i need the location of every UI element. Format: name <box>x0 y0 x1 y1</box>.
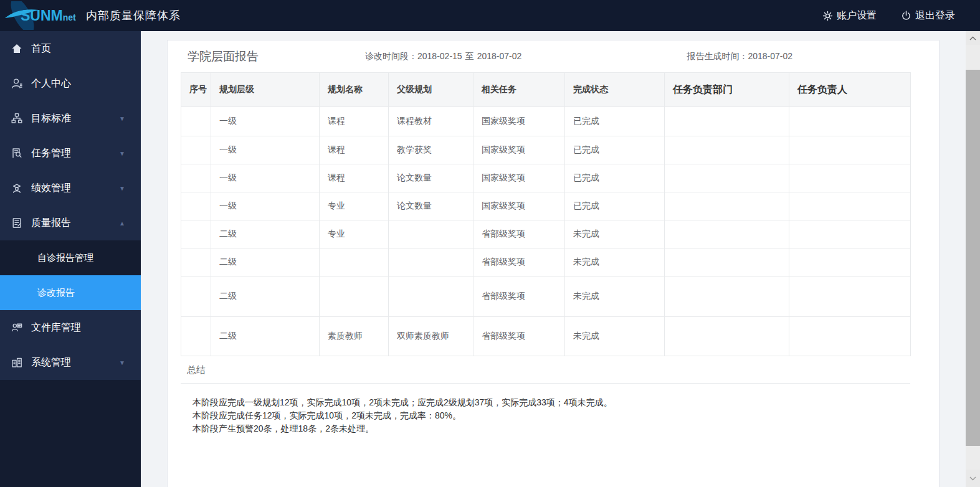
table-cell: 二级 <box>211 277 320 317</box>
sidebar-item-home[interactable]: 首页 <box>0 31 141 66</box>
summary-line: 本阶段产生预警20条，处理18条，2条未处理。 <box>193 422 910 435</box>
table-cell <box>789 248 911 277</box>
table-cell: 省部级奖项 <box>473 248 565 277</box>
app-title: 内部质量保障体系 <box>86 8 181 23</box>
column-header: 任务负责部门 <box>665 73 789 107</box>
sidebar-menu: 首页 个人中心 目标标准 ▼ <box>0 31 141 380</box>
table-row: 二级省部级奖项未完成 <box>181 277 911 317</box>
sidebar-item-quality-report[interactable]: 质量报告 ▲ <box>0 206 141 240</box>
home-icon <box>11 42 23 55</box>
table-cell: 省部级奖项 <box>473 317 565 356</box>
table-cell: 二级 <box>211 317 320 356</box>
chevron-down-icon: ▼ <box>119 185 125 192</box>
period-end-date: 2018-07-02 <box>477 51 522 61</box>
table-cell <box>789 220 911 248</box>
table-cell: 未完成 <box>565 317 665 356</box>
period-separator: 至 <box>465 51 474 61</box>
sidebar-item-profile[interactable]: 个人中心 <box>0 66 141 101</box>
table-cell <box>665 164 789 192</box>
chevron-down-icon <box>969 476 976 481</box>
user-icon <box>11 77 23 90</box>
sidebar: 首页 个人中心 目标标准 ▼ <box>0 31 141 487</box>
table-cell: 教学获奖 <box>389 136 473 164</box>
report-table-container: 序号规划层级规划名称父级规划相关任务完成状态任务负责部门任务负责人 一级课程课程… <box>168 72 910 435</box>
table-cell: 省部级奖项 <box>473 277 565 317</box>
table-cell: 一级 <box>211 192 320 220</box>
table-cell: 双师素质教师 <box>389 317 473 356</box>
table-cell: 国家级奖项 <box>473 192 565 220</box>
table-cell: 专业 <box>320 220 389 248</box>
table-cell: 已完成 <box>565 136 665 164</box>
sidebar-item-label: 首页 <box>31 42 51 55</box>
table-cell: 课程 <box>320 164 389 192</box>
table-cell: 二级 <box>211 248 320 277</box>
sidebar-item-system[interactable]: 系统管理 ▼ <box>0 345 141 380</box>
table-cell <box>181 164 211 192</box>
brand-text: SUNMnet <box>21 7 76 24</box>
table-cell <box>389 248 473 277</box>
summary-line: 本阶段应完成一级规划12项，实际完成10项，2项未完成；应完成2级规划37项，实… <box>193 396 910 409</box>
table-header-row: 序号规划层级规划名称父级规划相关任务完成状态任务负责部门任务负责人 <box>181 73 911 107</box>
sidebar-item-label: 目标标准 <box>31 112 71 125</box>
table-cell <box>320 277 389 317</box>
system-icon <box>11 356 23 369</box>
table-cell: 二级 <box>211 220 320 248</box>
table-cell <box>665 220 789 248</box>
scrollbar-up-button[interactable] <box>966 31 980 45</box>
account-settings-label: 账户设置 <box>837 9 877 22</box>
report-card: 学院层面报告 诊改时间段：2018-02-15至2018-07-02 报告生成时… <box>167 40 940 487</box>
report-table-body: 一级课程课程教材国家级奖项已完成一级课程教学获奖国家级奖项已完成一级课程论文数量… <box>181 107 911 356</box>
column-header: 相关任务 <box>473 73 565 107</box>
sidebar-item-goals[interactable]: 目标标准 ▼ <box>0 101 141 136</box>
table-cell <box>181 248 211 277</box>
logo[interactable]: SUNMnet <box>4 0 80 31</box>
table-cell: 课程教材 <box>389 107 473 136</box>
logout-button[interactable]: 退出登录 <box>900 9 955 22</box>
table-cell <box>665 192 789 220</box>
summary-text: 本阶段应完成一级规划12项，实际完成10项，2项未完成；应完成2级规划37项，实… <box>181 384 910 435</box>
column-header: 任务负责人 <box>789 73 911 107</box>
sidebar-subitem-label: 诊改报告 <box>37 287 75 299</box>
sidebar-item-label: 任务管理 <box>31 147 71 160</box>
file-library-icon <box>11 321 23 334</box>
table-cell <box>665 317 789 356</box>
table-cell <box>789 164 911 192</box>
table-cell: 省部级奖项 <box>473 220 565 248</box>
table-cell: 素质教师 <box>320 317 389 356</box>
sidebar-subitem-self-report[interactable]: 自诊报告管理 <box>0 240 141 275</box>
sidebar-item-tasks[interactable]: 任务管理 ▼ <box>0 136 141 171</box>
table-cell <box>181 192 211 220</box>
sidebar-subitem-diagnosis-report[interactable]: 诊改报告 <box>0 275 141 310</box>
table-cell: 一级 <box>211 136 320 164</box>
column-header: 序号 <box>181 73 211 107</box>
table-cell <box>665 107 789 136</box>
table-cell <box>181 277 211 317</box>
report-generated-time: 报告生成时间：2018-07-02 <box>687 51 792 62</box>
scrollbar-thumb[interactable] <box>966 70 980 446</box>
chevron-up-icon <box>969 36 976 40</box>
generated-date: 2018-07-02 <box>748 51 792 61</box>
column-header: 完成状态 <box>565 73 665 107</box>
period-label: 诊改时间段： <box>365 51 417 61</box>
chevron-down-icon: ▼ <box>119 150 125 157</box>
table-cell <box>665 248 789 277</box>
scrollbar-down-button[interactable] <box>966 470 980 487</box>
table-cell: 国家级奖项 <box>473 107 565 136</box>
vertical-scrollbar[interactable] <box>966 31 980 487</box>
table-cell <box>789 192 911 220</box>
table-cell <box>181 220 211 248</box>
sidebar-item-file-library[interactable]: 文件库管理 <box>0 310 141 345</box>
table-cell <box>181 317 211 356</box>
table-cell <box>389 220 473 248</box>
org-chart-icon <box>11 112 23 125</box>
table-cell <box>789 277 911 317</box>
table-cell <box>789 136 911 164</box>
gear-icon <box>822 10 834 22</box>
table-cell <box>789 317 911 356</box>
sidebar-item-performance[interactable]: 绩效管理 ▼ <box>0 171 141 206</box>
sidebar-item-label: 系统管理 <box>31 356 71 369</box>
column-header: 规划名称 <box>320 73 389 107</box>
account-settings-button[interactable]: 账户设置 <box>822 9 877 22</box>
table-cell: 已完成 <box>565 107 665 136</box>
chevron-down-icon: ▼ <box>119 115 125 122</box>
